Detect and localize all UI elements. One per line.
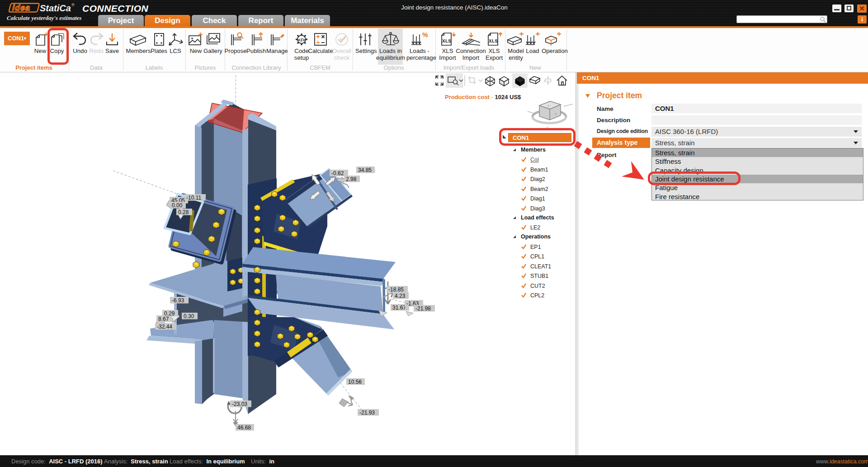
svg-text:%: % bbox=[422, 32, 428, 38]
svg-text:-32.44: -32.44 bbox=[157, 324, 172, 330]
svg-text:4.23: 4.23 bbox=[395, 293, 406, 299]
svg-text:-10.11: -10.11 bbox=[186, 195, 201, 201]
svg-text:0.28: 0.28 bbox=[178, 209, 189, 215]
svg-text:®: ® bbox=[71, 3, 75, 7]
svg-text:</>: </> bbox=[298, 37, 305, 43]
svg-text:-6.93: -6.93 bbox=[172, 297, 184, 304]
svg-text:XLS: XLS bbox=[489, 38, 498, 44]
svg-text:2.98: 2.98 bbox=[346, 176, 357, 182]
svg-text:-23.03: -23.03 bbox=[232, 401, 247, 407]
svg-text:8.67: 8.67 bbox=[158, 316, 169, 322]
svg-text:XLS: XLS bbox=[442, 38, 451, 44]
svg-text:-21.93: -21.93 bbox=[359, 410, 375, 416]
svg-text:0.30: 0.30 bbox=[184, 313, 194, 319]
svg-text:idea: idea bbox=[11, 3, 32, 12]
svg-text:-21.98: -21.98 bbox=[415, 305, 431, 312]
svg-text:x: x bbox=[554, 112, 557, 115]
svg-text:31.67: 31.67 bbox=[392, 305, 406, 311]
svg-text:StatiCa: StatiCa bbox=[40, 3, 71, 13]
svg-text:46.68: 46.68 bbox=[237, 424, 251, 431]
svg-text:0.00: 0.00 bbox=[172, 202, 183, 209]
svg-text:34.85: 34.85 bbox=[358, 167, 372, 173]
svg-text:-0.62: -0.62 bbox=[331, 170, 344, 176]
svg-text:10.56: 10.56 bbox=[348, 379, 362, 385]
svg-text:-18.85: -18.85 bbox=[388, 286, 404, 293]
